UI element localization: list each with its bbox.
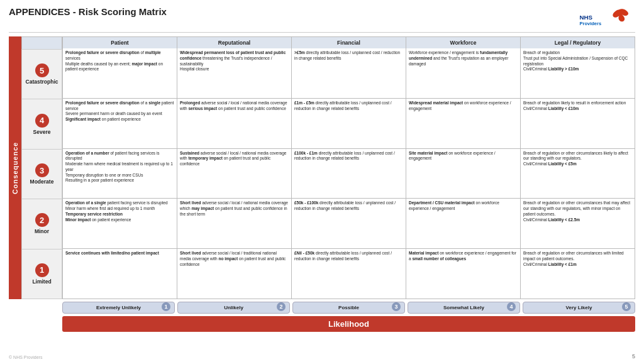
grid-cell-4-2: £Nil - £50k directly attributable loss /…: [292, 249, 406, 299]
grid-cell-0-1: Widespread permanent loss of patient tru…: [177, 48, 292, 98]
row-number-0: 5: [35, 63, 49, 77]
row-label-cell-2: 3Moderate: [21, 150, 62, 199]
grid-row-4: Service continues with limited/no patien…: [62, 249, 635, 299]
likelihood-number-0: 1: [162, 302, 170, 311]
grid-cell-4-4: Breach of regulation or other circumstan…: [521, 249, 635, 299]
likelihood-box-0: Extremely Unlikely1: [62, 302, 175, 314]
rows-column: 5Catastrophic4Severe3Moderate2Minor1Limi…: [21, 36, 62, 299]
grid-cell-1-4: Breach of regulation likely to result in…: [521, 99, 635, 148]
grid-cell-2-3: Site material impact on workforce experi…: [406, 149, 521, 199]
grid-cell-0-0: Prolonged failure or severe disruption o…: [63, 48, 177, 98]
grid-cell-1-3: Widespread material impact on workforce …: [406, 99, 521, 148]
page-title: APPENDICES - Risk Scoring Matrix: [9, 6, 167, 17]
grid-header-cell-1: Reputational: [177, 37, 292, 48]
row-number-1: 4: [35, 114, 49, 128]
likelihood-box-label-1: Unlikely: [179, 305, 288, 310]
nhs-logo: NHS Providers: [579, 6, 635, 28]
grid-cell-0-3: Workforce experience / engagement is fun…: [406, 48, 521, 98]
grid-cell-2-0: Operation of a number of patient facing …: [63, 149, 177, 199]
grid-cell-4-1: Short lived adverse social / local / tra…: [177, 249, 292, 299]
likelihood-number-1: 2: [277, 302, 286, 311]
grid-cell-1-1: Prolonged adverse social / local / natio…: [177, 99, 292, 148]
svg-text:Providers: Providers: [580, 21, 602, 26]
grid-cell-2-4: Breach of regulation or other circumstan…: [521, 149, 635, 199]
grid-header-row: PatientReputationalFinancialWorkforceLeg…: [62, 36, 635, 48]
likelihood-number-4: 5: [622, 302, 631, 311]
likelihood-box-2: Possible3: [292, 302, 405, 314]
row-label-cell-3: 2Minor: [21, 199, 62, 249]
likelihood-box-3: Somewhat Likely4: [408, 302, 520, 314]
consequence-label: Consequence: [9, 36, 21, 299]
grid-cell-3-2: £50k - £100k directly attributable loss …: [292, 199, 406, 248]
grid-cell-4-0: Service continues with limited/no patien…: [63, 249, 177, 299]
row-number-3: 2: [35, 213, 49, 227]
grid-header-cell-3: Workforce: [406, 37, 521, 48]
grid-cell-0-2: >£5m directly attributable loss / unplan…: [292, 48, 406, 98]
likelihood-number-3: 4: [507, 302, 516, 311]
row-label-cell-0: 5Catastrophic: [21, 49, 62, 99]
page-number: 5: [632, 353, 635, 359]
page: APPENDICES - Risk Scoring Matrix NHS Pro…: [0, 0, 644, 362]
grid-row-1: Prolonged failure or severe disruption o…: [62, 99, 635, 149]
nhs-logo-container: NHS Providers: [579, 6, 635, 28]
grid-cell-3-1: Short lived adverse social / local / nat…: [177, 199, 292, 248]
row-number-4: 1: [35, 263, 49, 277]
grid-data-rows: Prolonged failure or severe disruption o…: [62, 48, 635, 299]
likelihood-section: Extremely Unlikely1Unlikely2Possible3Som…: [62, 299, 635, 332]
likelihood-bar: Likelihood: [62, 316, 635, 332]
grid-cell-4-3: Material impact on workforce experience …: [406, 249, 521, 299]
svg-text:NHS: NHS: [580, 14, 593, 21]
grid-header-cell-2: Financial: [292, 37, 406, 48]
grid-header-cell-4: Legal / Regulatory: [521, 37, 635, 48]
row-label-2: Moderate: [30, 178, 54, 185]
row-label-cell-4: 1Limited: [21, 250, 62, 299]
grid-cell-2-1: Sustained adverse social / local / natio…: [177, 149, 292, 199]
grid-header-cell-0: Patient: [63, 37, 177, 48]
grid-cell-1-2: £1m - £5m directly attributable loss / u…: [292, 99, 406, 148]
likelihood-box-1: Unlikely2: [177, 302, 290, 314]
main-grid: PatientReputationalFinancialWorkforceLeg…: [62, 36, 635, 299]
likelihood-box-label-0: Extremely Unlikely: [64, 305, 173, 310]
row-label-cell-1: 4Severe: [21, 99, 62, 149]
grid-cell-3-3: Department / CSU material impact on work…: [406, 199, 521, 248]
row-label-3: Minor: [35, 228, 49, 234]
matrix-wrapper: Consequence 5Catastrophic4Severe3Moderat…: [9, 36, 635, 332]
likelihood-boxes: Extremely Unlikely1Unlikely2Possible3Som…: [62, 302, 635, 314]
grid-cell-3-0: Operation of a single patient facing ser…: [63, 199, 177, 248]
grid-cell-0-4: Breach of regulationTrust put into Speci…: [521, 48, 635, 98]
grid-row-2: Operation of a number of patient facing …: [62, 149, 635, 199]
header-divider: [9, 32, 635, 33]
grid-cell-1-0: Prolonged failure or severe disruption o…: [63, 99, 177, 148]
likelihood-box-label-4: Very Likely: [525, 305, 633, 310]
row-number-2: 3: [35, 163, 49, 177]
row-label-4: Limited: [32, 278, 51, 285]
row-label-0: Catastrophic: [26, 79, 58, 85]
grid-row-0: Prolonged failure or severe disruption o…: [62, 48, 635, 99]
grid-row-3: Operation of a single patient facing ser…: [62, 199, 635, 249]
header: APPENDICES - Risk Scoring Matrix NHS Pro…: [9, 6, 635, 28]
likelihood-box-label-3: Somewhat Likely: [409, 305, 518, 310]
likelihood-box-label-2: Possible: [294, 305, 403, 310]
matrix-body: Consequence 5Catastrophic4Severe3Moderat…: [9, 36, 635, 299]
likelihood-box-4: Very Likely5: [523, 302, 635, 314]
grid-cell-2-2: £100k - £1m directly attributable loss /…: [292, 149, 406, 199]
grid-cell-3-4: Breach of regulation or other circumstan…: [521, 199, 635, 248]
likelihood-number-2: 3: [392, 302, 401, 311]
footer-copyright: © NHS Providers: [9, 355, 42, 359]
row-label-1: Severe: [33, 129, 51, 135]
